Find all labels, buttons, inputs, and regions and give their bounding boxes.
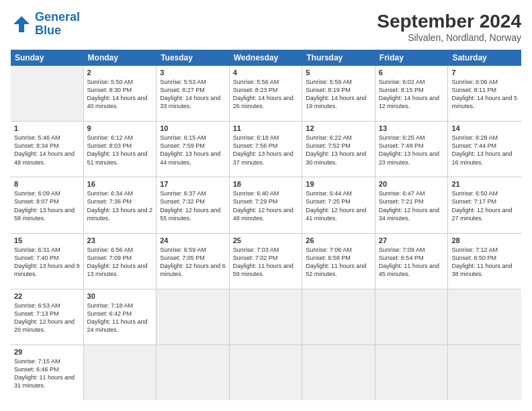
day-number: 22 [14,292,80,300]
calendar-cell: 26Sunrise: 7:06 AM Sunset: 6:58 PM Dayli… [302,234,375,289]
calendar-row: 22Sunrise: 6:53 AM Sunset: 7:13 PM Dayli… [11,289,521,345]
day-number: 21 [451,180,518,188]
day-info: Sunrise: 7:09 AM Sunset: 6:54 PM Dayligh… [379,246,445,279]
calendar-cell: 14Sunrise: 6:28 AM Sunset: 7:44 PM Dayli… [448,122,521,177]
calendar-header: Sunday Monday Tuesday Wednesday Thursday… [11,50,521,66]
day-info: Sunrise: 7:18 AM Sunset: 6:42 PM Dayligh… [87,302,153,334]
calendar-cell [448,345,521,400]
header-saturday: Saturday [448,50,521,66]
calendar-cell: 11Sunrise: 6:18 AM Sunset: 7:56 PM Dayli… [230,122,303,177]
day-info: Sunrise: 6:44 AM Sunset: 7:25 PM Dayligh… [306,189,371,222]
calendar-cell [230,289,303,345]
day-info: Sunrise: 6:22 AM Sunset: 7:52 PM Dayligh… [306,134,371,167]
day-info: Sunrise: 6:53 AM Sunset: 7:13 PM Dayligh… [14,302,80,334]
calendar-cell: 22Sunrise: 6:53 AM Sunset: 7:13 PM Dayli… [11,289,84,345]
day-number: 28 [451,236,518,244]
day-info: Sunrise: 6:47 AM Sunset: 7:21 PM Dayligh… [379,189,445,222]
calendar-cell: 6Sunrise: 6:02 AM Sunset: 8:15 PM Daylig… [375,66,449,121]
subtitle: Silvalen, Nordland, Norway [377,32,521,43]
day-number: 10 [160,124,226,132]
day-info: Sunrise: 6:50 AM Sunset: 7:17 PM Dayligh… [451,189,518,222]
calendar-cell: 19Sunrise: 6:44 AM Sunset: 7:25 PM Dayli… [302,177,375,232]
calendar-cell: 16Sunrise: 6:34 AM Sunset: 7:36 PM Dayli… [84,177,157,232]
day-info: Sunrise: 5:53 AM Sunset: 8:27 PM Dayligh… [160,78,226,111]
calendar-row: 2Sunrise: 5:50 AM Sunset: 8:30 PM Daylig… [11,66,521,122]
day-info: Sunrise: 7:03 AM Sunset: 7:02 PM Dayligh… [233,246,299,279]
day-number: 11 [233,124,299,132]
calendar-cell: 28Sunrise: 7:12 AM Sunset: 6:50 PM Dayli… [448,234,521,289]
calendar-cell: 3Sunrise: 5:53 AM Sunset: 8:27 PM Daylig… [157,66,230,121]
day-info: Sunrise: 6:09 AM Sunset: 8:07 PM Dayligh… [14,189,80,222]
logo-text: General Blue [35,11,80,38]
day-number: 15 [14,236,80,244]
day-info: Sunrise: 6:37 AM Sunset: 7:32 PM Dayligh… [160,189,226,222]
page: General Blue September 2024 Silvalen, No… [0,0,532,411]
calendar-cell: 12Sunrise: 6:22 AM Sunset: 7:52 PM Dayli… [302,122,375,177]
calendar-cell [11,66,84,121]
day-number: 18 [233,180,299,188]
day-info: Sunrise: 6:28 AM Sunset: 7:44 PM Dayligh… [451,134,518,167]
day-number: 5 [306,68,371,77]
calendar-cell: 15Sunrise: 6:31 AM Sunset: 7:40 PM Dayli… [11,234,84,289]
day-info: Sunrise: 6:59 AM Sunset: 7:05 PM Dayligh… [160,246,226,279]
calendar-cell: 20Sunrise: 6:47 AM Sunset: 7:21 PM Dayli… [375,177,449,232]
calendar-cell: 1Sunrise: 5:46 AM Sunset: 8:34 PM Daylig… [11,122,84,177]
day-number: 1 [14,124,80,132]
calendar-body: 2Sunrise: 5:50 AM Sunset: 8:30 PM Daylig… [11,66,521,400]
day-number: 4 [233,68,299,77]
calendar: Sunday Monday Tuesday Wednesday Thursday… [11,50,521,400]
calendar-row: 8Sunrise: 6:09 AM Sunset: 8:07 PM Daylig… [11,177,521,233]
title-block: September 2024 Silvalen, Nordland, Norwa… [377,11,521,43]
day-number: 24 [160,236,226,244]
day-info: Sunrise: 6:06 AM Sunset: 8:11 PM Dayligh… [451,78,518,111]
header-sunday: Sunday [11,50,84,66]
day-info: Sunrise: 6:34 AM Sunset: 7:36 PM Dayligh… [87,189,153,222]
calendar-cell: 10Sunrise: 6:15 AM Sunset: 7:59 PM Dayli… [157,122,230,177]
logo-icon [11,13,32,35]
calendar-cell: 5Sunrise: 5:59 AM Sunset: 8:19 PM Daylig… [302,66,375,121]
day-info: Sunrise: 6:02 AM Sunset: 8:15 PM Dayligh… [379,78,445,111]
day-number: 23 [87,236,153,244]
month-title: September 2024 [377,11,521,32]
calendar-cell: 29Sunrise: 7:15 AM Sunset: 6:46 PM Dayli… [11,345,84,400]
day-number: 25 [233,236,299,244]
day-number: 30 [87,292,153,300]
day-number: 9 [87,124,153,132]
day-info: Sunrise: 6:56 AM Sunset: 7:09 PM Dayligh… [87,246,153,279]
calendar-cell: 21Sunrise: 6:50 AM Sunset: 7:17 PM Dayli… [448,177,521,232]
day-info: Sunrise: 5:50 AM Sunset: 8:30 PM Dayligh… [87,78,153,111]
header-wednesday: Wednesday [230,50,303,66]
day-number: 29 [14,348,80,356]
calendar-cell [157,289,230,345]
day-number: 8 [14,180,80,188]
calendar-cell [375,345,449,400]
day-info: Sunrise: 6:12 AM Sunset: 8:03 PM Dayligh… [87,134,153,167]
day-info: Sunrise: 6:15 AM Sunset: 7:59 PM Dayligh… [160,134,226,167]
header-friday: Friday [375,50,449,66]
calendar-cell: 4Sunrise: 5:56 AM Sunset: 8:23 PM Daylig… [230,66,303,121]
header: General Blue September 2024 Silvalen, No… [11,11,521,43]
header-monday: Monday [84,50,157,66]
header-tuesday: Tuesday [157,50,230,66]
calendar-cell: 25Sunrise: 7:03 AM Sunset: 7:02 PM Dayli… [230,234,303,289]
calendar-cell: 2Sunrise: 5:50 AM Sunset: 8:30 PM Daylig… [84,66,157,121]
day-number: 7 [451,68,518,77]
day-number: 6 [379,68,445,77]
calendar-cell: 9Sunrise: 6:12 AM Sunset: 8:03 PM Daylig… [84,122,157,177]
calendar-cell [448,289,521,345]
calendar-row: 1Sunrise: 5:46 AM Sunset: 8:34 PM Daylig… [11,122,521,177]
day-number: 20 [379,180,445,188]
day-number: 13 [379,124,445,132]
day-number: 2 [87,68,153,77]
day-number: 19 [306,180,371,188]
day-info: Sunrise: 7:15 AM Sunset: 6:46 PM Dayligh… [14,357,80,390]
day-info: Sunrise: 5:59 AM Sunset: 8:19 PM Dayligh… [306,78,371,111]
day-info: Sunrise: 6:31 AM Sunset: 7:40 PM Dayligh… [14,246,80,279]
calendar-cell [84,345,157,400]
calendar-cell [302,345,375,400]
calendar-cell [375,289,449,345]
calendar-cell: 18Sunrise: 6:40 AM Sunset: 7:29 PM Dayli… [230,177,303,232]
day-number: 16 [87,180,153,188]
calendar-cell: 30Sunrise: 7:18 AM Sunset: 6:42 PM Dayli… [84,289,157,345]
calendar-cell [302,289,375,345]
